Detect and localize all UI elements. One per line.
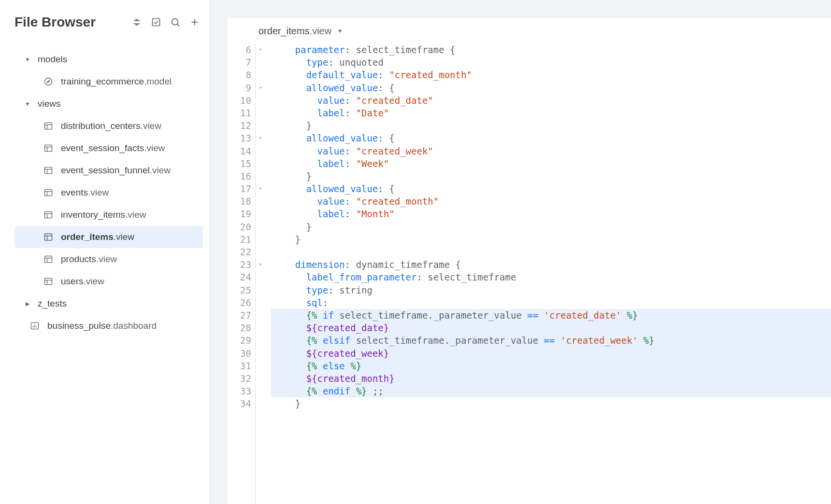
add-icon[interactable] [189,17,200,28]
folder-views[interactable]: ▼ views [14,93,203,115]
tab-order-items-view[interactable]: order_items.view ▼ [245,18,356,43]
compass-icon [43,76,54,87]
sidebar-title: File Browser [14,14,96,30]
caret-down-icon: ▼ [23,56,32,62]
caret-right-icon: ▶ [23,301,32,307]
file-training-ecommerce-model[interactable]: training_ecommerce.model [14,70,203,93]
file-business-pulse-dashboard[interactable]: ▶ business_pulse.dashboard [14,315,203,337]
svg-rect-9 [45,123,52,129]
view-icon [43,142,54,154]
svg-point-7 [45,78,52,85]
chevron-down-icon[interactable]: ▼ [337,28,343,34]
svg-rect-21 [45,211,52,218]
dashboard-icon [29,320,41,332]
file-order-items-view[interactable]: order_items.view [14,226,203,248]
code-content[interactable]: parameter: select_timeframe { type: unqu… [265,43,831,504]
svg-rect-30 [45,278,52,284]
svg-rect-15 [45,167,52,173]
view-icon [43,120,54,132]
svg-rect-2 [153,19,160,26]
validate-icon[interactable] [151,17,161,28]
view-icon [43,187,54,198]
svg-rect-18 [45,189,52,196]
svg-line-4 [177,24,179,26]
line-number-gutter: 6789101112131415161718192021222324252627… [228,43,256,504]
sidebar-header: File Browser [14,14,210,30]
file-distribution-centers-view[interactable]: distribution_centers.view [14,115,203,137]
file-users-view[interactable]: users.view [14,270,203,293]
file-products-view[interactable]: products.view [14,248,203,270]
svg-point-3 [172,19,178,25]
search-icon[interactable] [170,17,181,28]
view-icon [43,209,54,221]
view-icon [43,165,54,176]
fold-gutter: ▾▾▾▾▾ [256,43,265,504]
sidebar-toolbar [131,17,200,28]
view-icon [43,253,54,265]
view-icon [43,276,54,287]
code-editor[interactable]: 6789101112131415161718192021222324252627… [228,43,831,504]
svg-rect-12 [45,145,52,151]
caret-down-icon: ▼ [23,101,32,107]
svg-rect-24 [45,234,52,240]
file-inventory-items-view[interactable]: inventory_items.view [14,204,203,226]
tab-bar-spacer [210,0,831,18]
main-panel: order_items.view ▼ 678910111213141516171… [210,0,831,504]
svg-rect-27 [45,256,52,262]
file-events-view[interactable]: events.view [14,182,203,204]
collapse-icon[interactable] [131,17,142,28]
folder-models[interactable]: ▼ models [14,48,203,70]
file-tree: ▼ models training_ecommerce.model ▼ view… [14,48,210,337]
svg-marker-8 [47,81,50,83]
file-event-session-facts-view[interactable]: event_session_facts.view [14,137,203,159]
view-icon [43,231,54,243]
folder-z-tests[interactable]: ▶ z_tests [14,293,203,315]
file-event-session-funnel-view[interactable]: event_session_funnel.view [14,159,203,182]
file-browser-sidebar: File Browser ▼ models training_ecom [0,0,210,504]
